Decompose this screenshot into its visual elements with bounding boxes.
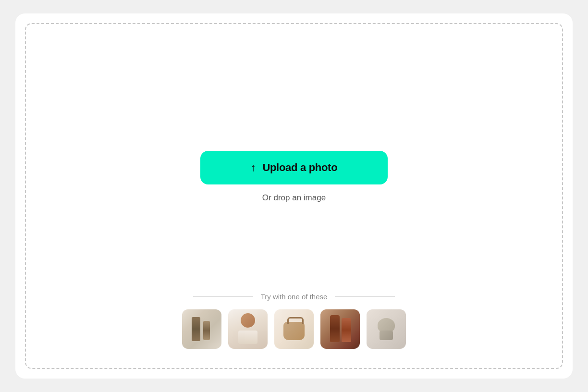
drop-text: Or drop an image (262, 193, 326, 203)
upload-button[interactable]: ↑ Upload a photo (200, 151, 388, 184)
main-content: ↑ Upload a photo Or drop an image (200, 151, 388, 203)
sample-image-cosmetics[interactable] (182, 309, 221, 349)
divider-row: Try with one of these (193, 293, 395, 301)
sample-image-skincare[interactable] (320, 309, 360, 349)
upload-button-label: Upload a photo (262, 161, 337, 174)
outer-container: ↑ Upload a photo Or drop an image Try wi… (15, 13, 573, 379)
suggestions-section: Try with one of these (26, 293, 562, 349)
sample-images-row (182, 309, 406, 349)
suggestions-label: Try with one of these (261, 293, 328, 301)
sample-image-handbag[interactable] (274, 309, 314, 349)
upload-icon: ↑ (251, 162, 256, 173)
sample-image-woman[interactable] (228, 309, 268, 349)
sample-image-cat[interactable] (367, 309, 406, 349)
divider-line-right (335, 296, 395, 297)
divider-line-left (193, 296, 253, 297)
drop-zone[interactable]: ↑ Upload a photo Or drop an image Try wi… (25, 23, 563, 369)
